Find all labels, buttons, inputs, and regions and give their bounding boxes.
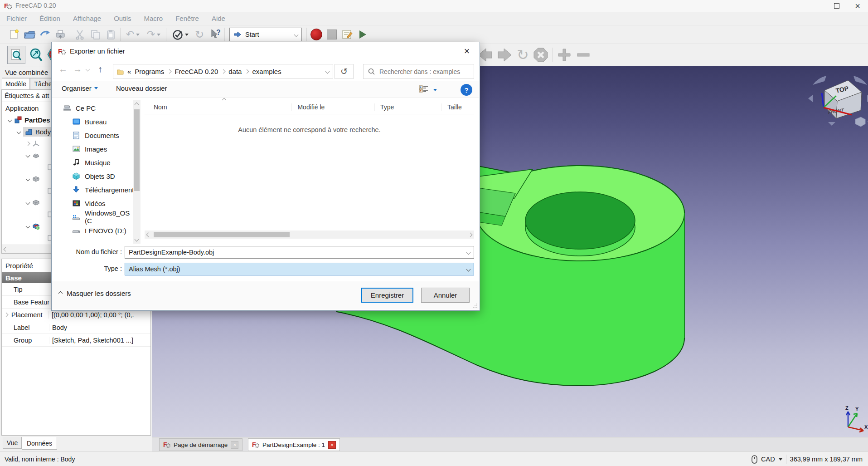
fit-all-button[interactable] [7,46,25,64]
scrollbar-thumb[interactable] [134,109,140,191]
close-button[interactable]: × [847,0,868,12]
refresh-address-button[interactable]: ↻ [335,64,354,79]
scroll-down-icon[interactable] [135,237,139,242]
breadcrumb-item-data[interactable]: data [228,68,242,75]
navigation-cube[interactable]: TOP FRONT [808,72,868,129]
open-button[interactable] [22,27,37,42]
sidebar-item-documents[interactable]: Documents [57,128,133,142]
expander-icon[interactable] [26,141,30,146]
copy-button[interactable] [87,27,103,42]
sidebar-item-windows-drive[interactable]: Windows8_OS (C [57,210,133,224]
organize-button[interactable]: Organiser [62,84,98,92]
expander-icon[interactable] [26,200,30,205]
scroll-left-icon[interactable] [146,232,151,237]
breadcrumb-dropdown-icon[interactable] [325,69,330,74]
sidebar-item-objets3d[interactable]: Objets 3D [57,169,133,183]
close-tab-icon[interactable]: × [328,441,336,449]
maximize-button[interactable] [826,0,847,12]
zoom-out-icon[interactable] [576,47,591,63]
menu-macro[interactable]: Macro [138,12,170,25]
back-icon[interactable]: ← [56,64,70,74]
search-box[interactable]: Rechercher dans : examples [363,64,474,79]
expander-icon[interactable] [8,118,12,122]
zoom-selection-button[interactable] [28,47,44,62]
filename-input[interactable]: PartDesignExample-Body.obj [125,246,474,259]
macro-stop-button[interactable] [324,27,339,42]
nav-stop-icon[interactable] [533,47,549,63]
menu-outils[interactable]: Outils [107,12,137,25]
tab-donnees[interactable]: Données [22,437,57,450]
import-button[interactable] [37,27,53,42]
macro-play-button[interactable] [355,27,370,42]
zoom-in-icon[interactable] [557,47,572,63]
print-button[interactable] [53,27,68,42]
redo-button[interactable]: ↷ [143,27,164,42]
macro-record-button[interactable] [309,27,324,42]
sidebar-item-telechargements[interactable]: Téléchargements [57,183,133,196]
cut-button[interactable] [72,27,87,42]
nav-forward-icon[interactable] [497,47,513,63]
expander-icon[interactable] [26,224,30,228]
save-button[interactable]: Enregistrer [361,288,413,303]
column-taille[interactable]: Taille [442,103,474,111]
property-row-group[interactable]: Group [Sketch, Pad, Sketch001 ...] [2,334,150,347]
scroll-right-icon[interactable] [468,232,473,237]
breadcrumb-item-examples[interactable]: examples [252,68,281,75]
paste-button[interactable] [103,27,118,42]
sidebar-item-lenovo-drive[interactable]: LENOVO (D:) [57,224,133,237]
column-nom[interactable]: Nom [145,103,292,111]
menu-aide[interactable]: Aide [205,12,232,25]
dialog-close-button[interactable]: × [458,43,476,59]
close-tab-icon[interactable]: × [231,441,238,449]
tab-partdesign-example[interactable]: F PartDesignExample : 1 × [248,438,340,451]
view-options-dropdown-icon[interactable] [433,89,437,91]
macro-edit-button[interactable] [339,27,355,42]
cancel-button[interactable]: Annuler [421,288,470,303]
sidebar-scrollbar[interactable] [133,100,141,244]
validate-sketch-button[interactable] [168,27,192,42]
column-modifie[interactable]: Modifié le [292,103,374,111]
whats-this-button[interactable]: ? [207,27,223,42]
sidebar-item-cepc[interactable]: Ce PC [57,101,133,115]
menu-affichage[interactable]: Affichage [67,12,107,25]
breadcrumb-bar[interactable]: « Programs FreeCAD 0.20 data examples [113,64,333,79]
tab-modele[interactable]: Modèle [2,78,30,89]
new-folder-button[interactable]: Nouveau dossier [116,84,167,92]
sidebar-item-musique[interactable]: Musique [57,156,133,169]
nav-style-dropdown-icon[interactable] [779,458,782,461]
new-document-button[interactable] [6,27,22,42]
up-icon[interactable]: ↑ [94,64,107,74]
expander-icon[interactable] [26,153,30,157]
help-icon[interactable]: ? [461,84,472,96]
sidebar-item-bureau[interactable]: Bureau [57,115,133,128]
minimize-button[interactable]: — [805,0,826,12]
refresh-button[interactable]: ↻ [192,27,207,42]
workbench-selector[interactable]: Start [229,28,302,41]
breadcrumb-item-programs[interactable]: Programs [135,68,164,75]
tab-start-page[interactable]: F Page de démarrage × [159,438,242,451]
sidebar-item-videos[interactable]: Vidéos [57,196,133,210]
breadcrumb-item-freecad[interactable]: FreeCAD 0.20 [175,68,218,75]
forward-icon[interactable]: → [71,64,84,74]
undo-button[interactable]: ↶ [122,27,143,42]
column-type[interactable]: Type [375,103,442,111]
file-list-horizontal-scrollbar[interactable] [145,231,474,239]
tab-vue[interactable]: Vue [3,437,22,449]
nav-refresh-icon[interactable]: ↻ [517,47,529,63]
view-options-icon[interactable] [419,85,429,94]
scroll-left-icon[interactable] [4,247,8,251]
menu-fenetre[interactable]: Fenêtre [169,12,205,25]
scrollbar-thumb[interactable] [154,232,290,237]
hide-folders-button[interactable]: Masquer les dossiers [59,289,131,297]
resize-grip[interactable] [472,303,478,309]
sidebar-item-images[interactable]: Images [57,142,133,156]
filetype-select[interactable]: Alias Mesh (*.obj) [125,263,474,275]
menu-edition[interactable]: Édition [33,12,67,25]
expander-icon[interactable] [17,129,21,134]
menu-fichier[interactable]: Fichier [0,12,33,25]
expander-icon[interactable] [26,177,30,181]
undo-icon: ↶ [126,29,134,40]
property-row-label[interactable]: Label Body [2,321,150,334]
scroll-up-icon[interactable] [135,103,139,107]
recent-locations-icon[interactable] [86,67,90,72]
